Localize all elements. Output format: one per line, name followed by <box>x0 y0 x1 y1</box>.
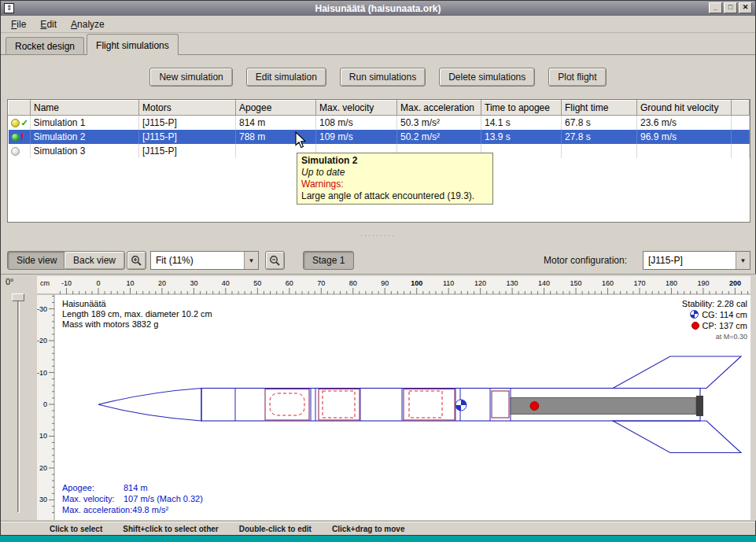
statusbar: Click to selectShift+click to select oth… <box>1 521 755 536</box>
warning-icon: ! <box>21 133 24 142</box>
svg-text:60: 60 <box>286 279 293 287</box>
svg-text:150: 150 <box>570 279 582 287</box>
menu-item-analyze[interactable]: Analyze <box>64 17 112 32</box>
svg-text:190: 190 <box>697 279 709 287</box>
cell-filler <box>732 144 750 158</box>
cell-time-to-apogee: 13.9 s <box>481 130 562 144</box>
max-velocity-value: 107 m/s (Mach 0.32) <box>124 494 203 503</box>
tooltip-title: Simulation 2 <box>301 155 489 167</box>
cell-max-velocity: 108 m/s <box>316 116 397 131</box>
edit-simulation-button[interactable]: Edit simulation <box>246 68 326 87</box>
new-simulation-button[interactable]: New simulation <box>149 68 232 87</box>
max-velocity-label: Max. velocity: <box>62 493 124 504</box>
column-header-status[interactable] <box>9 101 31 116</box>
cell-filler <box>732 130 750 144</box>
cell-flight-time: 27.8 s <box>562 130 637 144</box>
cell-filler <box>732 116 750 131</box>
cell-name: Simulation 1 <box>31 116 139 131</box>
rocket-dimensions: Length 189 cm, max. diameter 10.2 cm <box>62 309 212 319</box>
rocket-mass: Mass with motors 3832 g <box>62 319 212 330</box>
chevron-down-icon: ▼ <box>736 252 750 269</box>
svg-text:20: 20 <box>158 279 166 287</box>
rocket-info: Haisunäätä Length 189 cm, max. diameter … <box>62 299 212 330</box>
svg-text:110: 110 <box>443 279 454 287</box>
maximize-button[interactable]: □ <box>724 2 737 13</box>
svg-text:-10: -10 <box>37 369 47 377</box>
column-header-name[interactable]: Name <box>31 101 139 116</box>
window-title: Haisunäätä (haisunaata.ork) <box>1 3 755 14</box>
svg-text:10: 10 <box>39 432 47 440</box>
zoom-out-button[interactable] <box>265 251 285 270</box>
rotation-slider-handle[interactable] <box>12 293 24 301</box>
panel-splitter[interactable]: ········· <box>1 223 755 247</box>
flight-summary: Apogee:814 m Max. velocity:107 m/s (Mach… <box>62 482 203 515</box>
column-header-max-acceleration[interactable]: Max. acceleration <box>397 101 481 116</box>
column-header-ground-hit-velocity[interactable]: Ground hit velocity <box>637 101 732 116</box>
cg-value: CG: 114 cm <box>702 310 747 319</box>
zoom-select-value: Fit (11%) <box>151 255 244 266</box>
stability-value: Stability: 2.28 cal <box>682 298 747 309</box>
apogee-value: 814 m <box>124 483 148 492</box>
cell-motors: [J115-P] <box>139 130 236 144</box>
cp-legend-icon <box>691 322 699 330</box>
statusbar-hint: Double-click to edit <box>239 525 312 536</box>
svg-text:30: 30 <box>190 279 197 287</box>
cell-flight-time: 67.8 s <box>562 116 637 131</box>
zoom-out-icon <box>269 255 281 267</box>
column-header-apogee[interactable]: Apogee <box>236 101 316 116</box>
status-ball-icon <box>11 147 20 156</box>
rocket-name: Haisunäätä <box>62 299 212 309</box>
plot-flight-button[interactable]: Plot flight <box>548 68 606 87</box>
menu-item-edit[interactable]: Edit <box>33 17 64 32</box>
svg-text:30: 30 <box>39 496 47 503</box>
view-toolbar: Side view Back view Fit (11%) ▼ Stage 1 … <box>1 247 755 274</box>
tooltip-status: Up to date <box>301 167 489 179</box>
rotation-label: 0° <box>6 277 14 286</box>
cell-max-velocity: 109 m/s <box>316 130 397 144</box>
titlebar: ⇕ Haisunäätä (haisunaata.ork) _ □ ✕ <box>1 1 755 16</box>
status-ball-icon <box>11 119 20 127</box>
tooltip-warnings-label: Warnings: <box>301 179 489 190</box>
cell-name: Simulation 2 <box>31 130 139 144</box>
cell-motors: [J115-P] <box>139 116 236 131</box>
column-header-flight-time[interactable]: Flight time <box>562 101 637 116</box>
svg-text:-30: -30 <box>37 305 47 313</box>
table-row-simulation-1[interactable]: ✓Simulation 1[J115-P]814 m108 m/s50.3 m/… <box>9 116 750 131</box>
svg-text:-10: -10 <box>61 279 72 287</box>
tab-rocket-design[interactable]: Rocket design <box>6 37 84 54</box>
svg-text:120: 120 <box>474 279 486 287</box>
window-icon[interactable]: ⇕ <box>4 3 14 13</box>
stability-info: Stability: 2.28 cal CG: 114 cm CP: 137 c… <box>682 298 747 342</box>
run-simulations-button[interactable]: Run simulations <box>340 68 426 87</box>
column-header-max-velocity[interactable]: Max. velocity <box>316 101 397 116</box>
close-button[interactable]: ✕ <box>739 2 752 13</box>
column-header-time-to-apogee[interactable]: Time to apogee <box>481 101 562 116</box>
simulation-tooltip: Simulation 2 Up to date Warnings: Large … <box>297 153 493 205</box>
simulation-table-body: ✓Simulation 1[J115-P]814 m108 m/s50.3 m/… <box>9 116 750 159</box>
zoom-select[interactable]: Fit (11%) ▼ <box>150 251 259 270</box>
tab-flight-simulations[interactable]: Flight simulations <box>87 34 179 55</box>
minimize-button[interactable]: _ <box>709 2 722 13</box>
delete-simulations-button[interactable]: Delete simulations <box>439 68 535 87</box>
svg-text:20: 20 <box>39 464 47 472</box>
rotation-slider[interactable] <box>17 294 20 513</box>
table-row-simulation-2[interactable]: !Simulation 2[J115-P]788 m109 m/s50.2 m/… <box>9 130 750 144</box>
side-view-button[interactable]: Side view <box>7 251 66 270</box>
svg-text:80: 80 <box>349 279 357 287</box>
svg-text:0: 0 <box>96 279 100 287</box>
motor-configuration-select[interactable]: [J115-P] ▼ <box>643 251 750 270</box>
svg-text:50: 50 <box>253 279 261 287</box>
stage-1-toggle[interactable]: Stage 1 <box>303 251 354 270</box>
tabstrip: Rocket design Flight simulations <box>1 33 755 55</box>
column-header-motors[interactable]: Motors <box>139 101 236 116</box>
svg-text:0: 0 <box>43 400 47 408</box>
motor-nozzle <box>696 396 703 416</box>
ruler-unit-label: cm <box>40 279 50 287</box>
zoom-in-button[interactable] <box>127 251 146 270</box>
tooltip-warning-text: Large angle of attack encountered (19.3)… <box>301 190 489 202</box>
menu-item-file[interactable]: File <box>4 17 33 32</box>
cell-ground-hit-velocity: 96.9 m/s <box>637 130 732 144</box>
statusbar-hint: Click to select <box>50 525 102 536</box>
back-view-button[interactable]: Back view <box>64 251 125 270</box>
cell-ground-hit-velocity: 23.6 m/s <box>637 116 732 131</box>
